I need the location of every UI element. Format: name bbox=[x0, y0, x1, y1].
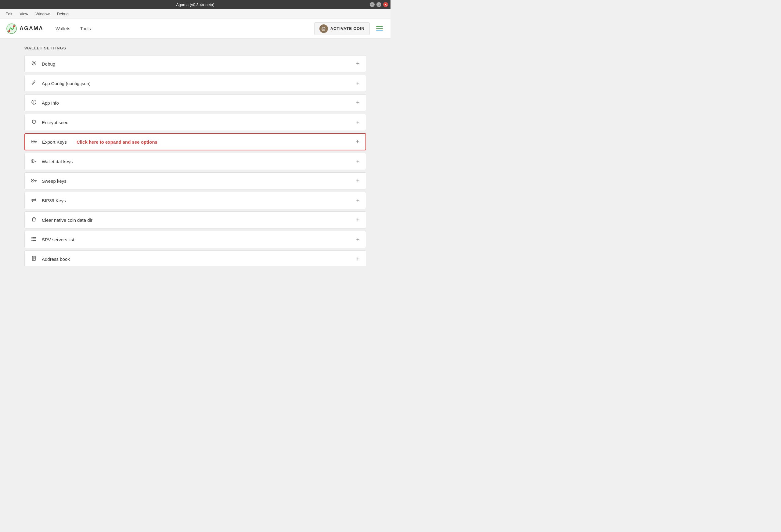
expand-icon: + bbox=[356, 177, 360, 185]
item-label: Address book bbox=[42, 256, 70, 262]
expand-icon: + bbox=[356, 60, 360, 68]
settings-item[interactable]: Wallet.dat keys+ bbox=[25, 153, 366, 170]
main-content: WALLET SETTINGS Debug+App Config (config… bbox=[0, 38, 390, 266]
settings-list: Debug+App Config (config.json)+App Info+… bbox=[25, 55, 366, 266]
item-hint: Click here to expand and see options bbox=[77, 139, 157, 145]
item-icon bbox=[31, 80, 37, 86]
item-label: Export Keys bbox=[42, 139, 67, 145]
item-label: Debug bbox=[42, 61, 55, 67]
item-icon bbox=[31, 217, 37, 223]
agama-logo-icon bbox=[6, 23, 17, 34]
settings-item-left: Wallet.dat keys bbox=[31, 159, 73, 164]
settings-item[interactable]: BIP39 Keys+ bbox=[25, 192, 366, 209]
item-icon bbox=[31, 256, 37, 262]
item-label: Encrypt seed bbox=[42, 120, 69, 125]
settings-item[interactable]: SPV servers list+ bbox=[25, 231, 366, 248]
item-label: BIP39 Keys bbox=[42, 198, 66, 203]
expand-icon: + bbox=[356, 99, 360, 107]
item-icon bbox=[31, 237, 37, 242]
main-nav: Wallets Tools bbox=[55, 25, 91, 32]
expand-icon: + bbox=[356, 197, 360, 204]
menu-debug[interactable]: Debug bbox=[54, 10, 72, 17]
settings-item[interactable]: App Config (config.json)+ bbox=[25, 75, 366, 92]
item-icon bbox=[31, 178, 37, 183]
svg-point-11 bbox=[32, 180, 33, 181]
activate-coin-label: ACTIVATE COIN bbox=[330, 26, 365, 31]
settings-item-left: BIP39 Keys bbox=[31, 198, 66, 203]
menu-bar: Edit View Window Debug bbox=[0, 9, 390, 19]
section-title: WALLET SETTINGS bbox=[25, 46, 366, 50]
expand-icon: + bbox=[356, 216, 360, 223]
item-label: Wallet.dat keys bbox=[42, 159, 73, 164]
header-right: @ ACTIVATE COIN bbox=[314, 22, 384, 35]
item-icon bbox=[31, 159, 37, 164]
item-label: Clear native coin data dir bbox=[42, 217, 92, 223]
expand-icon: + bbox=[356, 236, 360, 243]
app-name: AGAMA bbox=[19, 25, 43, 32]
settings-item[interactable]: Debug+ bbox=[25, 55, 366, 72]
item-icon bbox=[31, 198, 37, 203]
svg-point-4 bbox=[33, 62, 35, 64]
menu-window[interactable]: Window bbox=[32, 10, 52, 17]
expand-icon: + bbox=[356, 138, 359, 146]
nav-wallets[interactable]: Wallets bbox=[55, 25, 71, 32]
close-button[interactable]: ✕ bbox=[383, 2, 388, 7]
settings-item-left: SPV servers list bbox=[31, 237, 74, 242]
activate-coin-button[interactable]: @ ACTIVATE COIN bbox=[314, 22, 370, 35]
svg-point-2 bbox=[13, 25, 15, 27]
item-label: Sweep keys bbox=[42, 178, 67, 183]
coin-icon: @ bbox=[319, 25, 328, 33]
menu-view[interactable]: View bbox=[16, 10, 31, 17]
settings-item[interactable]: Encrypt seed+ bbox=[25, 114, 366, 131]
expand-icon: + bbox=[356, 256, 360, 263]
settings-item[interactable]: App Info+ bbox=[25, 94, 366, 111]
settings-item[interactable]: Sweep keys+ bbox=[25, 172, 366, 190]
nav-tools[interactable]: Tools bbox=[80, 25, 91, 32]
svg-point-1 bbox=[8, 30, 10, 32]
settings-item-left: Sweep keys bbox=[31, 178, 67, 183]
hamburger-line-1 bbox=[376, 26, 383, 27]
item-icon bbox=[31, 119, 37, 125]
svg-point-9 bbox=[32, 160, 33, 162]
settings-item-left: App Info bbox=[31, 100, 59, 106]
coin-symbol: @ bbox=[321, 26, 326, 31]
app-header: AGAMA Wallets Tools @ ACTIVATE COIN bbox=[0, 19, 390, 38]
hamburger-line-2 bbox=[376, 28, 383, 29]
minimize-button[interactable]: − bbox=[370, 2, 375, 7]
hamburger-line-3 bbox=[376, 31, 383, 31]
hamburger-menu-button[interactable] bbox=[375, 24, 384, 34]
maximize-button[interactable]: □ bbox=[376, 2, 381, 7]
item-label: SPV servers list bbox=[42, 237, 74, 242]
item-icon bbox=[31, 61, 37, 67]
item-icon bbox=[31, 139, 37, 145]
svg-point-7 bbox=[32, 141, 34, 142]
menu-edit[interactable]: Edit bbox=[2, 10, 15, 17]
logo-area: AGAMA bbox=[6, 23, 43, 34]
title-bar: Agama (v0.3.4a-beta) − □ ✕ bbox=[0, 0, 390, 9]
settings-item[interactable]: Export KeysClick here to expand and see … bbox=[25, 133, 366, 150]
settings-item[interactable]: Address book+ bbox=[25, 250, 366, 266]
settings-item-left: App Config (config.json) bbox=[31, 80, 91, 86]
settings-item-left: Export KeysClick here to expand and see … bbox=[31, 139, 157, 145]
item-label: App Info bbox=[42, 100, 59, 106]
svg-point-3 bbox=[11, 28, 12, 29]
settings-item-left: Debug bbox=[31, 61, 55, 67]
item-icon bbox=[31, 100, 37, 106]
item-label: App Config (config.json) bbox=[42, 81, 91, 86]
expand-icon: + bbox=[356, 80, 360, 87]
settings-item-left: Encrypt seed bbox=[31, 119, 69, 125]
settings-item-left: Address book bbox=[31, 256, 70, 262]
expand-icon: + bbox=[356, 158, 360, 165]
settings-item-left: Clear native coin data dir bbox=[31, 217, 92, 223]
window-title: Agama (v0.3.4a-beta) bbox=[176, 2, 214, 7]
expand-icon: + bbox=[356, 119, 360, 126]
settings-item[interactable]: Clear native coin data dir+ bbox=[25, 211, 366, 229]
window-controls: − □ ✕ bbox=[370, 2, 388, 7]
